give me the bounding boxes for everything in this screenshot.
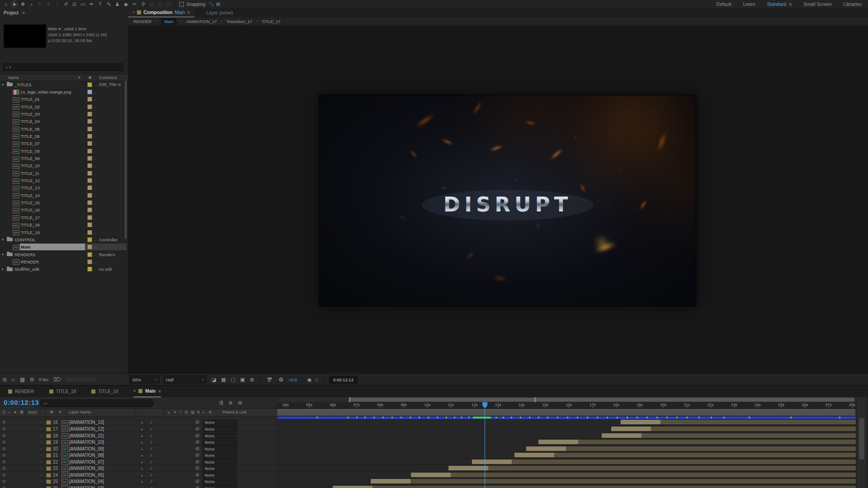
new-folder-icon[interactable]: ▱ [11,376,15,383]
marker-layer-bar[interactable] [278,417,856,419]
project-item-row[interactable]: TITLE_03… [0,110,128,117]
label-column-icon[interactable]: ❖ [88,75,92,80]
layer-expand-arrow[interactable]: › [41,473,42,477]
keyframe-icon[interactable] [461,417,462,418]
label-color-swatch[interactable] [87,112,92,117]
timeline-tab-title_19[interactable]: TITLE_19 [91,385,118,397]
layer-visibility-icon[interactable]: ⊙ [2,473,6,477]
layer-name[interactable]: [ANIMATION_12] [69,427,104,432]
magnification-dropdown[interactable]: 50%˅ [130,375,160,384]
collapse-transformations-switch[interactable]: ▴ [141,486,143,488]
keyframe-icon[interactable] [577,417,578,418]
label-color-swatch[interactable] [87,171,92,176]
breadcrumb-title_17[interactable]: TITLE_17 [262,19,281,24]
layer-label-chip[interactable] [46,460,51,465]
panel-menu-icon[interactable]: ≡ [22,10,25,15]
solo-column-icon[interactable]: ● [14,410,16,414]
layer-expand-arrow[interactable]: › [41,453,42,457]
layer-expand-arrow[interactable]: › [41,427,42,431]
project-item-row[interactable]: TITLE_19… [0,229,128,236]
quality-switch[interactable]: ∕ [151,420,152,425]
keyframe-icon[interactable] [567,417,568,418]
project-item-row[interactable]: TITLE_02… [0,103,128,110]
project-item-row[interactable]: TITLE_18… [0,221,128,229]
label-color-swatch[interactable] [87,134,92,139]
keyframe-icon[interactable] [749,417,750,418]
project-folder-row[interactable]: ▾RENDERS…Renders [0,251,128,258]
type-tool[interactable]: T [96,1,104,8]
view-layout-icon[interactable]: ⧉ [248,377,256,383]
project-tab[interactable]: Project≡ [4,10,25,15]
layer-label-chip[interactable] [46,420,51,425]
timeline-tab-render[interactable]: RENDER [8,385,34,397]
keyframe-icon[interactable] [790,417,792,418]
label-color-swatch[interactable] [87,252,92,257]
layer-name[interactable]: [ANIMATION_13] [69,420,104,425]
draft-3d-icon[interactable]: ≣ [228,400,232,406]
keyframe-icon[interactable] [711,417,712,418]
workspace-standard[interactable]: Standard≡ [767,1,792,7]
breadcrumb-transition_17[interactable]: Transition_17 [226,19,252,24]
keyframe-icon[interactable] [597,417,598,418]
layer-expand-arrow[interactable]: › [41,434,42,438]
parent-link-dropdown[interactable]: None˅ [203,420,237,426]
layer-name[interactable]: [ANIMATION_03] [69,486,104,488]
keyframe-icon[interactable] [401,417,402,418]
label-color-swatch[interactable] [87,222,92,227]
parent-pickwhip-icon[interactable]: @ [195,420,199,424]
collapse-switch-icon[interactable]: ✳ [173,410,176,414]
timeline-graph-area[interactable]: 04s05s06s07s08s09s10s11s12s13s14s15s16s1… [277,397,856,488]
layer-name-column-label[interactable]: Layer Name [69,410,91,414]
shy-switch-icon[interactable]: ◒ [167,410,170,414]
adjustment-switch-icon[interactable]: ◐ [203,410,205,414]
layer-name[interactable]: [ANIMATION_10] [69,440,104,445]
keyframe-icon[interactable] [382,417,384,418]
panel-menu-icon[interactable]: ≡ [187,10,190,15]
parent-link-dropdown[interactable]: None˅ [203,453,237,459]
project-item-row[interactable]: Main… [0,244,128,251]
layer-duration-bar[interactable] [448,466,856,470]
hand-tool[interactable]: ✥ [19,1,27,8]
breadcrumb-animation_17[interactable]: ANIMATION_17 [186,19,217,24]
workspace-small-screen[interactable]: Small Screen [803,1,831,7]
workspace-learn[interactable]: Learn [743,1,755,7]
snap-grid-icon[interactable]: ⊞ [216,1,220,7]
layer-visibility-icon[interactable]: ⊙ [2,427,6,431]
disclosure-caret[interactable]: ▾ [2,253,6,257]
layer-visibility-icon[interactable]: ⊙ [2,453,6,457]
collapse-transformations-switch[interactable]: ▴ [141,466,143,470]
layer-duration-bar[interactable] [514,453,856,457]
project-item-row[interactable]: TITLE_15… [0,199,128,206]
layer-expand-arrow[interactable]: › [41,440,42,444]
collapse-transformations-switch[interactable]: ▴ [141,460,143,464]
label-color-swatch[interactable] [87,156,92,161]
close-tab-icon[interactable]: × [132,10,135,14]
layer-duration-bar[interactable] [472,460,856,464]
quality-switch-icon[interactable]: ∖ [179,410,181,414]
label-color-swatch[interactable] [87,141,92,146]
workspace-default[interactable]: Default [716,1,731,7]
timeline-tab-title_18[interactable]: TITLE_18 [49,385,76,397]
audio-column-icon[interactable]: ♪ [8,410,10,414]
layer-visibility-icon[interactable]: ⊙ [2,466,6,470]
keyframe-icon[interactable] [347,417,349,418]
layer-label-chip[interactable] [46,466,51,471]
frame-blend-switch-icon[interactable]: ▥ [191,410,194,414]
parent-pickwhip-icon[interactable]: @ [195,453,199,457]
layer-name[interactable]: [ANIMATION_07] [69,460,104,465]
keyframe-icon[interactable] [538,417,539,418]
keyframe-icon[interactable] [587,417,588,418]
project-item-row[interactable]: TITLE_08… [0,147,128,155]
label-color-swatch[interactable] [87,149,92,154]
timeline-tab-main[interactable]: ×Main≡ [133,385,161,398]
layer-row-25[interactable]: ⊙›25[ANIMATION_04]▴∕@None˅ [0,478,277,485]
keyframe-icon[interactable] [637,417,638,418]
label-color-swatch[interactable] [87,193,92,198]
snapping-checkbox[interactable] [179,2,184,7]
keyframe-icon[interactable] [646,417,648,418]
layer-label-chip[interactable] [46,440,51,445]
layer-name[interactable]: [ANIMATION_05] [69,473,104,478]
layer-label-chip[interactable] [46,447,51,451]
layer-row-23[interactable]: ⊙›23[ANIMATION_06]▴∕@None˅ [0,465,277,472]
clone-stamp-tool[interactable]: ♟ [113,1,121,8]
